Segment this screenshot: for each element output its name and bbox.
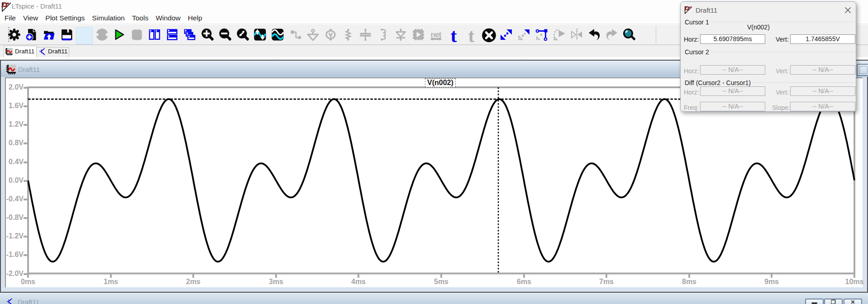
svg-text:t: t xyxy=(468,25,475,46)
svg-text:LT: LT xyxy=(1,1,10,8)
svg-text:net: net xyxy=(431,30,442,39)
svg-text:t: t xyxy=(451,25,457,46)
svg-text:LT: LT xyxy=(684,6,691,11)
